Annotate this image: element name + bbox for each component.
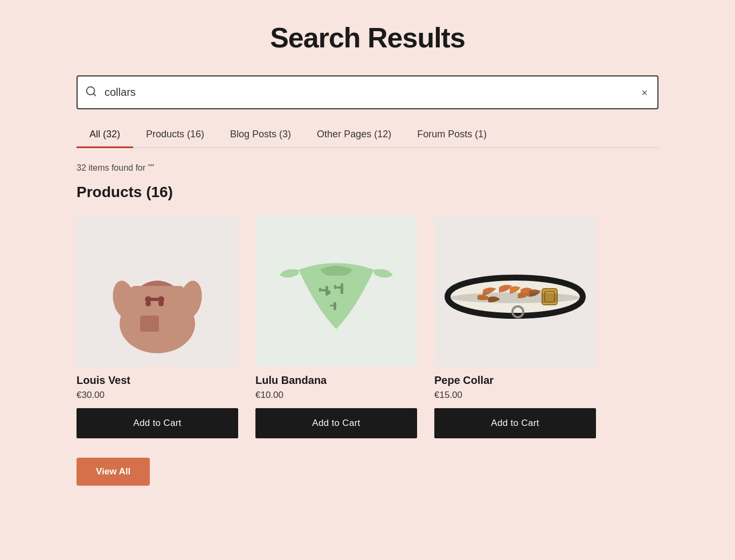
svg-rect-17 <box>336 286 343 289</box>
search-input[interactable] <box>77 75 658 109</box>
add-to-cart-button[interactable]: Add to Cart <box>434 408 596 438</box>
svg-rect-7 <box>148 298 161 301</box>
add-to-cart-button[interactable]: Add to Cart <box>77 408 238 438</box>
view-all-button[interactable]: View All <box>77 458 150 486</box>
svg-point-9 <box>158 301 164 306</box>
results-items-text: items found for <box>88 163 145 172</box>
results-count: 32 <box>77 163 86 172</box>
svg-rect-15 <box>328 290 330 295</box>
page-wrapper: Search Results × All (32) Products (16) … <box>44 0 691 507</box>
svg-rect-13 <box>321 289 328 291</box>
search-bar-container: × <box>77 75 658 109</box>
product-image-vest <box>77 216 238 367</box>
product-name: Pepe Collar <box>434 374 596 387</box>
product-image-bandana <box>255 216 417 367</box>
product-name: Louis Vest <box>77 374 238 387</box>
tabs-container: All (32) Products (16) Blog Posts (3) Ot… <box>77 122 658 148</box>
svg-rect-20 <box>330 305 336 306</box>
tab-all[interactable]: All (32) <box>77 122 133 148</box>
tab-forum-posts[interactable]: Forum Posts (1) <box>404 122 500 148</box>
svg-point-26 <box>450 292 580 303</box>
product-price: €30.00 <box>77 390 238 401</box>
product-card: Lulu Bandana €10.00 Add to Cart <box>255 216 417 438</box>
search-clear-button[interactable]: × <box>639 85 650 100</box>
tab-other-pages[interactable]: Other Pages (12) <box>304 122 404 148</box>
tab-blog-posts[interactable]: Blog Posts (3) <box>217 122 304 148</box>
tab-products[interactable]: Products (16) <box>133 122 217 148</box>
results-query: "" <box>148 163 154 172</box>
products-section-title: Products (16) <box>77 184 658 201</box>
products-grid: Louis Vest €30.00 Add to Cart <box>77 216 658 438</box>
svg-point-8 <box>145 301 151 306</box>
svg-rect-18 <box>334 285 336 289</box>
product-price: €15.00 <box>434 390 596 401</box>
product-image-collar <box>434 216 596 367</box>
results-summary: 32 items found for "" <box>77 163 658 173</box>
svg-rect-3 <box>130 286 184 345</box>
product-card: Louis Vest €30.00 Add to Cart <box>77 216 238 438</box>
product-price: €10.00 <box>255 390 417 401</box>
product-name: Lulu Bandana <box>255 374 417 387</box>
add-to-cart-button[interactable]: Add to Cart <box>255 408 417 438</box>
svg-rect-4 <box>140 316 159 332</box>
page-title: Search Results <box>77 22 658 54</box>
product-card: Pepe Collar €15.00 Add to Cart <box>434 216 596 438</box>
svg-rect-14 <box>319 288 321 292</box>
